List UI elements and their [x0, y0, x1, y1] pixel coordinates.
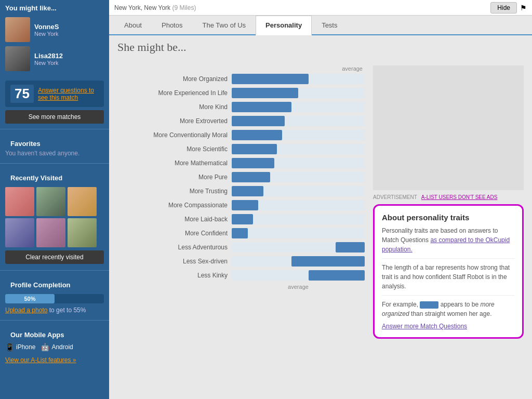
- tab-two-of-us[interactable]: The Two of Us: [192, 16, 256, 35]
- bar-label-4: More Conventionally Moral: [117, 131, 232, 139]
- location-miles: (9 Miles): [172, 4, 196, 11]
- info-divider-2: [382, 295, 515, 296]
- upload-photo-text: Upload a photo to get to 55%: [5, 307, 104, 314]
- mobile-apps-section: Our Mobile Apps 📱 iPhone 🤖 Android: [0, 324, 109, 354]
- bar-row-kind: More Kind: [117, 101, 365, 113]
- alist-features-link[interactable]: View our A-List features »: [0, 354, 109, 366]
- match-info-lisa: Lisa2812 New York: [34, 52, 63, 66]
- bar-label-6: More Mathematical: [117, 159, 232, 167]
- divider-1: [0, 129, 109, 129]
- bar-fill-2: [232, 102, 291, 112]
- location-text: New York, New York (9 Miles): [114, 4, 196, 11]
- favorites-title: Favorites: [5, 136, 104, 150]
- match-location-vonne: New York: [34, 31, 59, 37]
- bar-container-14: [232, 270, 365, 281]
- you-might-like-title: You might like...: [0, 0, 109, 14]
- progress-bar-fill: 50%: [5, 294, 55, 303]
- bar-label-11: More Confident: [117, 230, 232, 237]
- recent-thumb-6[interactable]: [68, 218, 97, 247]
- bar-row-kinky: Less Kinky: [117, 269, 365, 282]
- phone-icon: 📱: [5, 343, 14, 351]
- tab-tests[interactable]: Tests: [312, 16, 347, 35]
- android-label: Android: [51, 343, 73, 351]
- para3-pre: For example,: [382, 301, 420, 308]
- bar-fill-3: [232, 116, 285, 126]
- bar-container-9: [232, 200, 365, 210]
- bar-row-confident: More Confident: [117, 227, 365, 240]
- match-avatar-lisa: [5, 46, 30, 71]
- clear-recently-visited-button[interactable]: Clear recently visited: [5, 250, 104, 264]
- answer-questions-link[interactable]: Answer questions to see this match: [38, 87, 99, 101]
- bar-label-0: More Organized: [117, 75, 232, 83]
- match-avatar-vonne: [5, 17, 30, 42]
- hide-button[interactable]: Hide: [490, 2, 517, 14]
- answer-questions-box: 75 Answer questions to see this match: [5, 81, 104, 107]
- para3-post: than straight women her age.: [409, 310, 492, 317]
- match-item-vonne[interactable]: VonneS New York: [5, 17, 104, 42]
- progress-bar-background: 50%: [5, 294, 104, 303]
- bar-container-13: [232, 256, 365, 267]
- bar-container-8: [232, 186, 365, 196]
- bar-container-6: [232, 158, 365, 168]
- recent-thumb-1[interactable]: [5, 187, 34, 216]
- location-city: New York, New York: [114, 4, 170, 11]
- recent-thumb-2[interactable]: [36, 187, 65, 216]
- tab-personality[interactable]: Personality: [256, 16, 312, 35]
- divider-2: [0, 163, 109, 164]
- bar-chart-section: average More Organized More Experienced …: [117, 65, 365, 339]
- bar-label-2: More Kind: [117, 103, 232, 111]
- divider-4: [0, 320, 109, 321]
- bar-container-1: [232, 88, 365, 98]
- android-app-link[interactable]: 🤖 Android: [41, 343, 73, 351]
- info-box-title: About personality traits: [382, 213, 515, 222]
- bar-container-2: [232, 102, 365, 112]
- she-might-be-heading: She might be...: [109, 35, 532, 57]
- main-content: New York, New York (9 Miles) Hide ⚑ Abou…: [109, 0, 532, 399]
- tab-photos[interactable]: Photos: [152, 16, 192, 35]
- bar-row-mathematical: More Mathematical: [117, 157, 365, 169]
- recent-thumb-4[interactable]: [5, 218, 34, 247]
- favorites-section: Favorites You haven't saved anyone.: [0, 132, 109, 160]
- match-item-lisa[interactable]: Lisa2812 New York: [5, 46, 104, 71]
- upload-text-suffix: to get to 55%: [49, 307, 86, 314]
- recent-thumb-3[interactable]: [68, 187, 97, 216]
- recent-thumb-5[interactable]: [36, 218, 65, 247]
- bar-row-trusting: More Trusting: [117, 185, 365, 197]
- match-location-lisa: New York: [34, 60, 63, 66]
- bar-label-1: More Experienced In Life: [117, 89, 232, 97]
- upload-photo-link[interactable]: Upload a photo: [5, 307, 47, 314]
- bar-fill-4: [232, 130, 282, 140]
- profile-completion-title: Profile Completion: [5, 277, 104, 291]
- bar-container-7: [232, 172, 365, 182]
- bar-row-moral: More Conventionally Moral: [117, 129, 365, 141]
- info-box-para1: Personality traits are based on answers …: [382, 226, 515, 254]
- bar-fill-11: [232, 228, 248, 238]
- iphone-app-link[interactable]: 📱 iPhone: [5, 343, 35, 351]
- divider-3: [0, 270, 109, 271]
- ad-placeholder: [373, 65, 524, 190]
- mobile-apps-title: Our Mobile Apps: [5, 327, 104, 341]
- personality-content: average More Organized More Experienced …: [109, 57, 532, 347]
- see-more-matches-button[interactable]: See more matches: [5, 110, 104, 124]
- bar-label-5: More Scientific: [117, 145, 232, 153]
- example-bar: [420, 301, 438, 309]
- bar-fill-7: [232, 172, 270, 182]
- bar-fill-10: [232, 214, 253, 224]
- bar-row-sexdriven: Less Sex-driven: [117, 255, 365, 268]
- recent-thumbs-grid: [5, 187, 104, 247]
- bar-row-adventurous: Less Adventurous: [117, 241, 365, 254]
- iphone-label: iPhone: [16, 343, 35, 351]
- ad-notice: ADVERTISEMENT A-LIST USERS DON'T SEE ADS: [373, 194, 524, 200]
- alist-no-ads-link[interactable]: A-LIST USERS DON'T SEE ADS: [421, 194, 498, 200]
- bar-container-5: [232, 144, 365, 154]
- flag-icon[interactable]: ⚑: [520, 4, 527, 12]
- info-box-para2: The length of a bar represents how stron…: [382, 263, 515, 291]
- bar-fill-1: [232, 88, 298, 98]
- tab-about[interactable]: About: [114, 16, 152, 35]
- bar-label-9: More Compassionate: [117, 202, 232, 209]
- profile-tabs: About Photos The Two of Us Personality T…: [109, 16, 532, 35]
- match-info-vonne: VonneS New York: [34, 23, 59, 37]
- answer-more-questions-link[interactable]: Answer more Match Questions: [382, 323, 515, 330]
- matches-list: VonneS New York Lisa2812 New York: [0, 14, 109, 78]
- bar-container-0: [232, 74, 365, 84]
